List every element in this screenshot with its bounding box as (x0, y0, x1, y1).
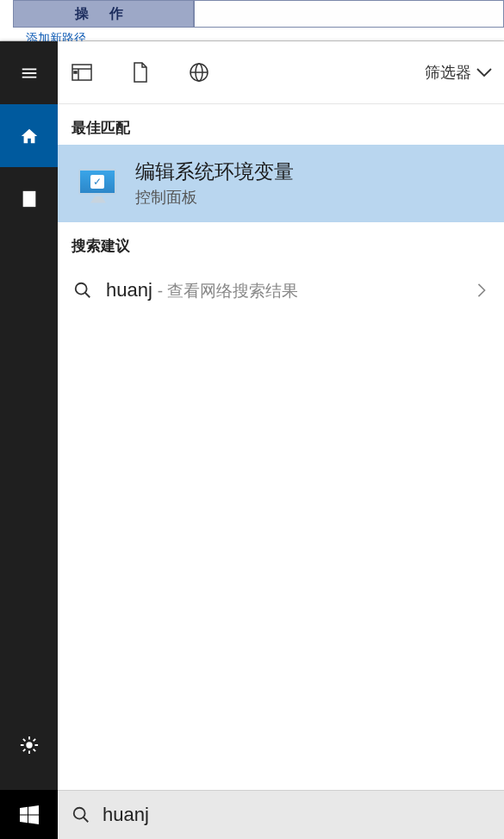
cortana-search-panel: 筛选器 最佳匹配 ✓ 编辑系统环境变量 控制面板 搜索建议 huan (0, 41, 504, 839)
bg-table-header-2 (194, 0, 504, 28)
search-input[interactable] (103, 804, 490, 826)
windows-logo-icon (20, 805, 39, 824)
filter-label: 筛选器 (425, 62, 471, 83)
svg-point-14 (74, 808, 85, 819)
best-match-header: 最佳匹配 (58, 104, 504, 145)
svg-point-2 (27, 743, 32, 748)
best-match-title: 编辑系统环境变量 (135, 159, 294, 185)
svg-point-12 (76, 283, 87, 295)
globe-icon (189, 62, 209, 83)
web-suggestion-item[interactable]: huanj - 查看网络搜索结果 (58, 263, 504, 318)
best-match-subtitle: 控制面板 (135, 187, 294, 208)
svg-line-13 (85, 293, 90, 298)
hamburger-icon (20, 64, 39, 83)
search-results-pane: 筛选器 最佳匹配 ✓ 编辑系统环境变量 控制面板 搜索建议 huan (58, 41, 504, 839)
apps-icon (72, 64, 92, 81)
settings-nav-button[interactable] (0, 713, 58, 776)
control-panel-icon: ✓ (77, 165, 120, 203)
home-nav-button[interactable] (0, 104, 58, 167)
suggestion-hint: - 查看网络搜索结果 (158, 280, 299, 302)
background-app: 操 作 添加新路径 (0, 0, 504, 41)
home-icon (20, 127, 39, 146)
top-filter-bar: 筛选器 (58, 41, 504, 104)
web-filter-button[interactable] (187, 60, 211, 84)
documents-filter-button[interactable] (128, 60, 152, 84)
svg-rect-1 (26, 195, 32, 200)
suggestions-header: 搜索建议 (58, 222, 504, 263)
best-match-result[interactable]: ✓ 编辑系统环境变量 控制面板 (58, 145, 504, 222)
chevron-right-icon (475, 283, 488, 297)
notebook-icon (20, 190, 39, 208)
left-rail (0, 41, 58, 839)
svg-rect-8 (74, 71, 77, 73)
apps-filter-button[interactable] (70, 60, 94, 84)
gear-icon (20, 736, 39, 755)
chevron-down-icon (476, 68, 492, 77)
bg-table-header: 操 作 (13, 0, 194, 28)
filter-dropdown-button[interactable]: 筛选器 (425, 62, 492, 83)
document-icon (132, 62, 149, 83)
results-list: 最佳匹配 ✓ 编辑系统环境变量 控制面板 搜索建议 huanj - 查看网络搜索… (58, 104, 504, 790)
search-box[interactable] (58, 790, 504, 839)
hamburger-menu-button[interactable] (0, 41, 58, 104)
suggestion-query: huanj (106, 279, 152, 301)
search-icon (72, 805, 90, 824)
svg-line-15 (84, 817, 89, 823)
notebook-nav-button[interactable] (0, 167, 58, 230)
search-icon (73, 281, 92, 300)
start-button[interactable] (0, 790, 58, 839)
